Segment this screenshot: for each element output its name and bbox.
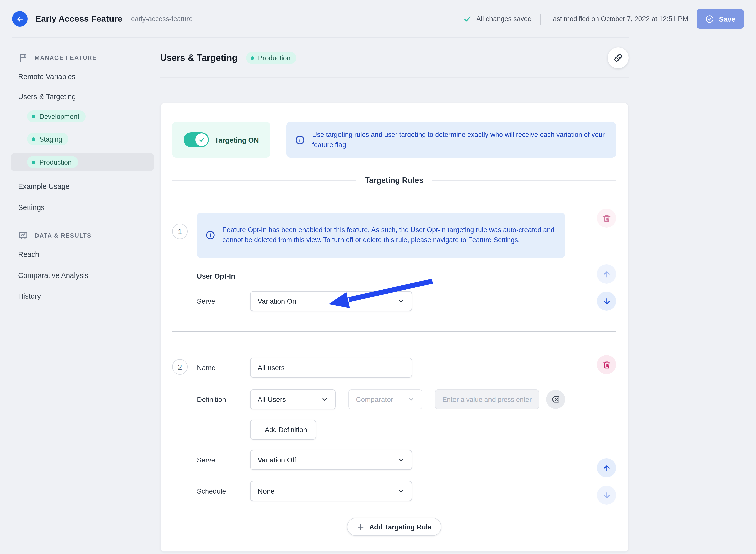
arrow-down-icon <box>602 296 611 306</box>
rule2-name-input[interactable] <box>250 357 412 378</box>
serve-label: Serve <box>197 456 250 464</box>
rule-divider <box>172 331 616 332</box>
saved-status: All changes saved <box>463 15 531 23</box>
schedule-label: Schedule <box>197 487 250 495</box>
serve-label: Serve <box>197 297 250 305</box>
rule1-serve-value: Variation On <box>258 297 398 305</box>
rule1-actions <box>597 209 616 311</box>
rule1-serve-dropdown[interactable]: Variation On <box>250 291 412 311</box>
back-button[interactable] <box>12 11 28 27</box>
rule1-delete-button[interactable] <box>597 209 616 228</box>
env-label: Development <box>39 113 79 120</box>
rule2-move-down-button[interactable] <box>597 486 616 505</box>
page-title: Users & Targeting <box>160 53 237 63</box>
arrow-down-icon <box>602 490 611 500</box>
app-root: Early Access Feature early-access-featur… <box>0 0 756 554</box>
arrow-up-icon <box>602 269 611 279</box>
chevron-down-icon <box>408 396 415 403</box>
sidebar-item-users-targeting[interactable]: Users & Targeting <box>0 93 160 101</box>
targeting-toggle[interactable] <box>183 132 209 147</box>
share-link-button[interactable] <box>608 47 629 68</box>
trash-icon <box>602 360 611 370</box>
sidebar-item-history[interactable]: History <box>0 292 160 300</box>
rule2-comparator-dropdown[interactable]: Comparator <box>348 389 422 409</box>
targeting-rule-1: 1 Feature Opt-In has been enabled for th… <box>172 213 616 311</box>
sidebar-item-remote-variables[interactable]: Remote Variables <box>0 72 160 80</box>
sidebar-item-example-usage[interactable]: Example Usage <box>0 182 160 190</box>
feature-title: Early Access Feature <box>35 14 123 24</box>
definition-label: Definition <box>197 395 250 403</box>
env-label: Staging <box>39 135 62 143</box>
sidebar-item-settings[interactable]: Settings <box>0 204 160 212</box>
rule2-definition-value: All Users <box>258 395 321 403</box>
environment-badge: Production <box>246 52 297 64</box>
title-divider <box>160 77 629 77</box>
targeting-card: Targeting ON Use targeting rules and use… <box>160 103 629 552</box>
rule2-comparator-placeholder: Comparator <box>356 395 408 403</box>
chevron-down-icon <box>321 396 328 403</box>
info-circle-icon <box>205 230 215 240</box>
header-right: All changes saved Last modified on Octob… <box>463 9 744 29</box>
top-header: Early Access Feature early-access-featur… <box>0 0 756 38</box>
presentation-chart-icon <box>18 231 28 241</box>
targeting-rules-title: Targeting Rules <box>365 176 423 185</box>
add-targeting-rule-button[interactable]: Add Targeting Rule <box>347 518 442 536</box>
sidebar-section-manage-feature: MANAGE FEATURE <box>0 53 160 63</box>
rule2-serve-dropdown[interactable]: Variation Off <box>250 450 412 470</box>
plus-icon <box>357 523 364 531</box>
main-content: Users & Targeting Production <box>160 38 756 554</box>
toggle-knob <box>195 133 208 146</box>
name-label: Name <box>197 364 250 372</box>
sidebar-env-development[interactable]: Development <box>0 110 160 122</box>
card-footer: Add Targeting Rule <box>172 518 616 536</box>
save-button[interactable]: Save <box>697 9 744 29</box>
targeting-toggle-box: Targeting ON <box>172 122 270 158</box>
rule1-name: User Opt-In <box>197 272 565 280</box>
env-dot-icon <box>32 160 35 164</box>
env-dot-icon <box>32 115 35 118</box>
rule2-schedule-value: None <box>258 487 398 495</box>
sidebar-env-staging[interactable]: Staging <box>0 133 160 145</box>
add-definition-button[interactable]: + Add Definition <box>250 420 316 440</box>
targeting-info-banner: Use targeting rules and user targeting t… <box>287 122 616 158</box>
rule2-schedule-dropdown[interactable]: None <box>250 481 412 501</box>
save-button-label: Save <box>719 15 735 23</box>
sidebar-section-label: MANAGE FEATURE <box>35 55 97 61</box>
rule2-delete-button[interactable] <box>597 355 616 374</box>
env-label: Production <box>39 158 72 166</box>
sidebar: MANAGE FEATURE Remote Variables Users & … <box>0 38 160 300</box>
rule1-info-text: Feature Opt-In has been enabled for this… <box>223 225 555 245</box>
targeting-info-text: Use targeting rules and user targeting t… <box>312 130 606 150</box>
arrow-left-icon <box>16 15 24 23</box>
link-icon <box>613 53 623 63</box>
rule2-serve-value: Variation Off <box>258 456 398 464</box>
rule2-definition-dropdown[interactable]: All Users <box>250 389 336 409</box>
env-dot-icon <box>250 56 254 60</box>
check-icon <box>463 15 471 23</box>
last-modified-label: Last modified on October 7, 2022 at 12:5… <box>549 15 688 23</box>
chevron-down-icon <box>398 488 405 495</box>
sidebar-item-comparative-analysis[interactable]: Comparative Analysis <box>0 271 160 280</box>
rule-number-badge: 1 <box>172 224 188 239</box>
targeting-toggle-label: Targeting ON <box>215 136 259 144</box>
chevron-down-icon <box>398 298 405 305</box>
circle-check-icon <box>705 14 714 23</box>
backspace-icon <box>551 394 561 404</box>
rule1-info-banner: Feature Opt-In has been enabled for this… <box>197 213 565 258</box>
rule2-clear-definition-button[interactable] <box>546 390 565 409</box>
flag-icon <box>18 53 28 63</box>
saved-status-label: All changes saved <box>477 15 531 23</box>
rule1-move-up-button[interactable] <box>597 264 616 284</box>
sidebar-item-reach[interactable]: Reach <box>0 250 160 258</box>
add-targeting-rule-label: Add Targeting Rule <box>369 523 432 531</box>
info-circle-icon <box>295 135 305 145</box>
targeting-rules-heading: Targeting Rules <box>172 176 616 185</box>
rule2-actions <box>597 355 616 505</box>
sidebar-section-data-results: DATA & RESULTS <box>0 231 160 241</box>
rule2-move-up-button[interactable] <box>597 458 616 478</box>
rule1-move-down-button[interactable] <box>597 292 616 311</box>
rule2-value-input[interactable] <box>435 389 539 409</box>
feature-slug: early-access-feature <box>131 15 193 23</box>
heading-line <box>432 180 616 180</box>
sidebar-env-production[interactable]: Production <box>11 153 154 171</box>
